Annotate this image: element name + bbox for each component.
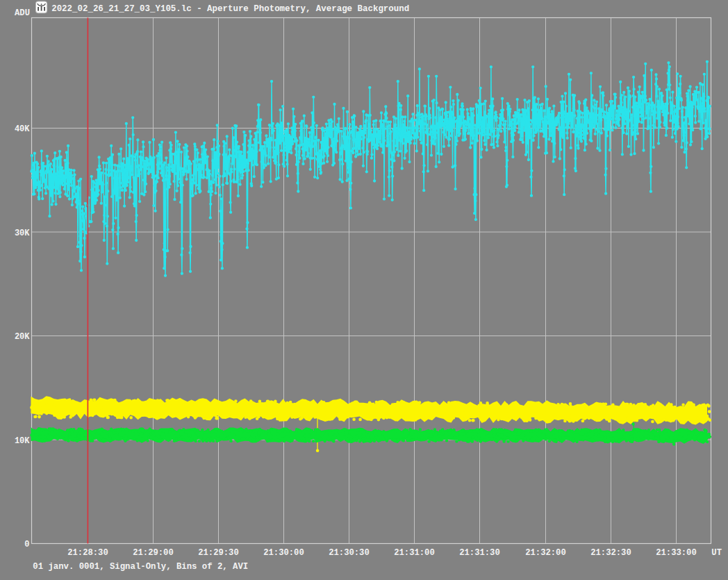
svg-text:21:31:00: 21:31:00 bbox=[394, 548, 435, 558]
svg-text:21:30:30: 21:30:30 bbox=[329, 548, 370, 558]
svg-text:2022_02_26_21_27_03_Y105.lc -: 2022_02_26_21_27_03_Y105.lc - Aperture P… bbox=[51, 4, 409, 14]
svg-text:21:33:00: 21:33:00 bbox=[656, 548, 697, 558]
svg-text:UT: UT bbox=[711, 548, 722, 558]
svg-text:0: 0 bbox=[24, 540, 29, 549]
svg-text:21:29:30: 21:29:30 bbox=[198, 548, 239, 558]
svg-text:21:28:30: 21:28:30 bbox=[67, 548, 108, 558]
svg-text:01 janv. 0001, Signal-Only, Bi: 01 janv. 0001, Signal-Only, Bins of 2, A… bbox=[33, 562, 248, 572]
svg-text:21:30:00: 21:30:00 bbox=[263, 548, 304, 558]
svg-text:ADU: ADU bbox=[15, 8, 30, 18]
svg-text:21:29:00: 21:29:00 bbox=[133, 548, 174, 558]
svg-text:10K: 10K bbox=[15, 436, 30, 446]
svg-text:30K: 30K bbox=[15, 229, 30, 238]
svg-text:20K: 20K bbox=[15, 332, 30, 342]
svg-text:21:32:00: 21:32:00 bbox=[525, 548, 566, 558]
svg-text:21:31:30: 21:31:30 bbox=[459, 548, 500, 558]
svg-text:21:32:30: 21:32:30 bbox=[590, 548, 631, 558]
svg-text:40K: 40K bbox=[15, 124, 30, 134]
